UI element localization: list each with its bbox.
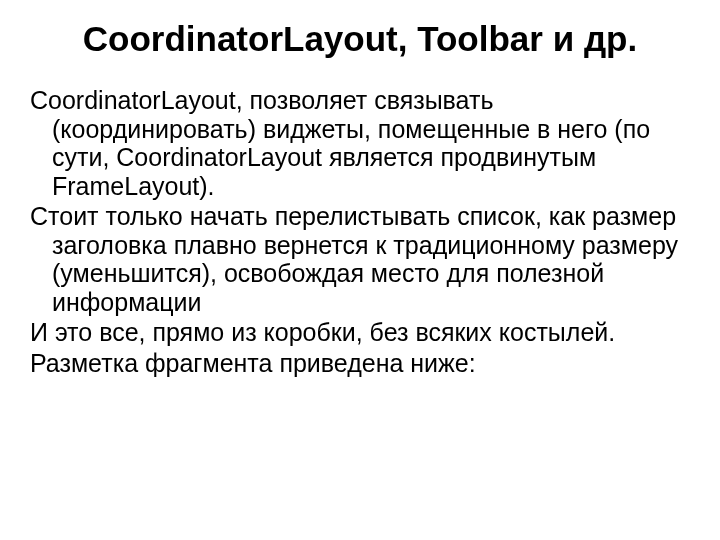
body-paragraph: И это все, прямо из коробки, без всяких …: [30, 318, 690, 347]
body-paragraph: CoordinatorLayout, позволяет связывать (…: [30, 86, 690, 200]
slide-body: CoordinatorLayout, позволяет связывать (…: [30, 86, 690, 377]
slide: CoordinatorLayout, Toolbar и др. Coordin…: [0, 0, 720, 540]
body-paragraph: Стоит только начать перелистывать список…: [30, 202, 690, 316]
slide-title: CoordinatorLayout, Toolbar и др.: [30, 18, 690, 60]
body-paragraph: Разметка фрагмента приведена ниже:: [30, 349, 690, 378]
